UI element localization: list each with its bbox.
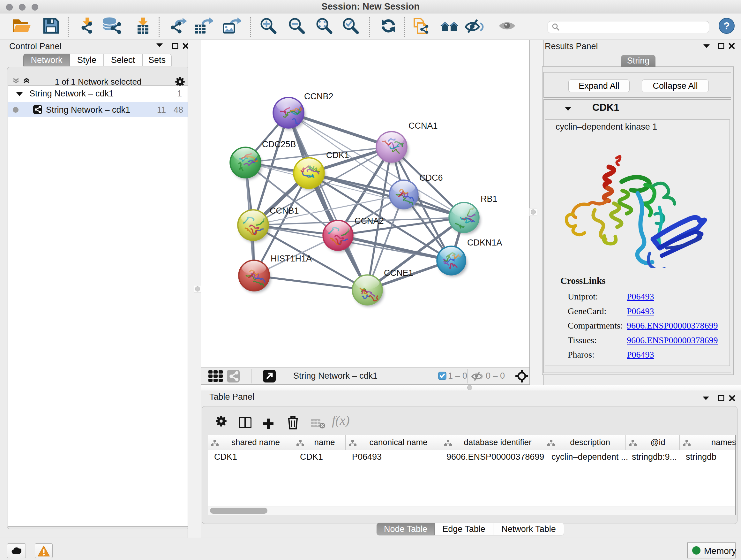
- svg-text:CCNE1: CCNE1: [384, 268, 413, 278]
- svg-text:CDKN1A: CDKN1A: [467, 238, 502, 247]
- svg-text:CCNA2: CCNA2: [354, 216, 384, 226]
- svg-text:CCNA1: CCNA1: [408, 121, 438, 131]
- svg-text:CCNB2: CCNB2: [304, 91, 333, 101]
- svg-text:?: ?: [724, 20, 730, 32]
- svg-text:CDC25B: CDC25B: [262, 139, 296, 149]
- svg-text:RB1: RB1: [481, 194, 497, 204]
- svg-text:CDK1: CDK1: [326, 150, 349, 160]
- svg-text:HIST1H1A: HIST1H1A: [271, 254, 312, 263]
- svg-text:CCNB1: CCNB1: [270, 206, 299, 215]
- svg-text:CDC6: CDC6: [419, 173, 443, 183]
